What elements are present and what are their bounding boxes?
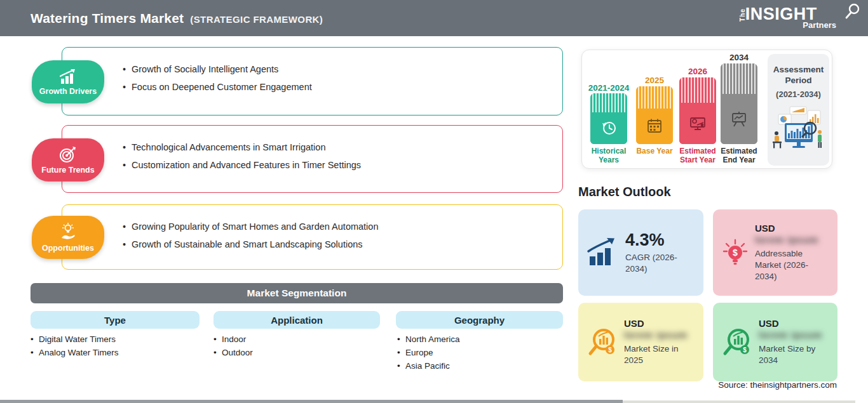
list-item: Analog Water Timers bbox=[31, 346, 119, 359]
type-list: Digital Water Timers Analog Water Timers bbox=[31, 333, 119, 359]
monitor-gear-icon bbox=[688, 114, 707, 132]
list-item: Asia Pacific bbox=[397, 359, 460, 373]
bar-growth-icon bbox=[586, 237, 619, 268]
page-title: Watering Timers Market bbox=[31, 11, 184, 26]
timeline-year-label: 2026 bbox=[672, 67, 723, 76]
future-trends-list: Technological Advancements in Smart Irri… bbox=[62, 126, 562, 174]
growth-drivers-panel: Growth of Socially Intelligent Agents Fo… bbox=[62, 47, 563, 116]
cagr-card: 4.3% CAGR (2026-2034) bbox=[578, 209, 703, 296]
segment-header-geography: Geography bbox=[396, 311, 563, 329]
list-item: Europe bbox=[397, 346, 460, 359]
svg-text:$: $ bbox=[733, 248, 738, 258]
timeline-bar-historical bbox=[590, 93, 627, 144]
card-label: Market Size by 2034 bbox=[759, 343, 830, 366]
svg-text:$: $ bbox=[608, 347, 612, 353]
logo-insight: INSIGHT bbox=[745, 6, 817, 23]
presentation-icon bbox=[729, 110, 749, 128]
market-outlook-title: Market Outlook bbox=[578, 185, 671, 199]
badge-label: Growth Drivers bbox=[39, 87, 97, 96]
timeline-bar-start bbox=[679, 77, 716, 144]
list-item: Focus on Deepened Customer Engagement bbox=[123, 78, 550, 96]
page-subtitle: (STRATEGIC FRAMEWORK) bbox=[190, 14, 323, 25]
opportunities-panel: Growing Popularity of Smart Homes and Ga… bbox=[62, 204, 563, 270]
bulb-dollar-icon: $ bbox=[721, 236, 750, 269]
insight-partners-logo: The INSIGHT Partners bbox=[736, 6, 831, 30]
currency-label: USD bbox=[759, 318, 830, 329]
magnifier-chart-green-icon: $ bbox=[721, 326, 754, 359]
magnifier-chart-orange-icon: $ bbox=[586, 326, 619, 359]
list-item: Digital Water Timers bbox=[31, 333, 119, 346]
segment-header-type: Type bbox=[31, 311, 200, 329]
list-item: Growth of Sustainable and Smart Landscap… bbox=[123, 235, 550, 253]
badge-label: Opportunities bbox=[42, 244, 94, 253]
growth-drivers-badge: Growth Drivers bbox=[32, 60, 104, 103]
blurred-value: lorem ipsum bbox=[759, 329, 830, 341]
segmentation-title: Market Segmentation bbox=[247, 287, 347, 299]
calendar-icon bbox=[646, 117, 663, 135]
bottom-edge-bar bbox=[0, 400, 623, 403]
bottom-edge-bar-light bbox=[623, 400, 855, 403]
timeline-year-label: 2021-2024 bbox=[583, 83, 634, 93]
target-icon bbox=[58, 146, 78, 164]
badge-label: Future Trends bbox=[41, 166, 94, 175]
list-item: Technological Advancements in Smart Irri… bbox=[123, 138, 550, 156]
addressable-market-card: $ USD lorem ipsum Addressable Market (20… bbox=[713, 209, 837, 296]
opportunities-list: Growing Popularity of Smart Homes and Ga… bbox=[62, 205, 562, 253]
market-segmentation-bar: Market Segmentation bbox=[31, 283, 563, 303]
assessment-period-label: Assessment Period bbox=[768, 64, 829, 86]
currency-label: USD bbox=[755, 223, 830, 234]
future-trends-badge: Future Trends bbox=[32, 138, 104, 182]
geography-list: North America Europe Asia Pacific bbox=[397, 333, 460, 373]
bulb-hand-icon bbox=[58, 223, 78, 242]
card-label: Addressable Market (2026-2034) bbox=[755, 248, 830, 282]
assessment-period-panel: Assessment Period (2021-2034) bbox=[768, 54, 829, 166]
timeline-year-label: 2034 bbox=[714, 53, 764, 62]
card-label: Market Size in 2025 bbox=[624, 343, 696, 366]
history-clock-icon bbox=[599, 119, 618, 138]
list-item: Outdoor bbox=[214, 346, 253, 359]
header-titles: Watering Timers Market (STRATEGIC FRAMEW… bbox=[31, 11, 323, 26]
list-item: North America bbox=[397, 333, 460, 346]
timeline-card: 2021-2024 Historical Years 2025 Base Yea… bbox=[581, 50, 832, 169]
list-item: Customization and Advanced Features in T… bbox=[123, 156, 550, 174]
assessment-period-range: (2021-2034) bbox=[768, 89, 829, 99]
blurred-value: lorem ipsum bbox=[755, 234, 830, 246]
growth-drivers-list: Growth of Socially Intelligent Agents Fo… bbox=[62, 48, 562, 96]
list-item: Growth of Socially Intelligent Agents bbox=[123, 60, 550, 78]
currency-label: USD bbox=[624, 318, 696, 329]
cagr-label: CAGR (2026-2034) bbox=[625, 252, 696, 275]
timeline-caption: Estimated End Year bbox=[714, 147, 764, 164]
timeline-bar-base bbox=[636, 86, 673, 144]
magnifier-loop-icon bbox=[844, 3, 861, 20]
market-size-2034-card: $ USD lorem ipsum Market Size by 2034 bbox=[713, 303, 837, 381]
opportunities-badge: Opportunities bbox=[32, 216, 104, 259]
timeline-caption: Historical Years bbox=[584, 147, 634, 164]
blurred-value: lorem ipsum bbox=[624, 329, 696, 341]
growth-chart-icon bbox=[57, 69, 79, 85]
application-list: Indoor Outdoor bbox=[214, 333, 253, 359]
timeline-year-label: 2025 bbox=[629, 76, 680, 85]
analytics-scene-illustration bbox=[771, 99, 827, 154]
timeline-bar-end bbox=[721, 63, 757, 144]
source-attribution: Source: theinsightpartners.com bbox=[718, 380, 837, 390]
timeline-caption: Base Year bbox=[630, 147, 679, 155]
market-size-2025-card: $ USD lorem ipsum Market Size in 2025 bbox=[578, 303, 703, 381]
svg-text:$: $ bbox=[743, 347, 747, 353]
list-item: Growing Popularity of Smart Homes and Ga… bbox=[123, 218, 550, 235]
header-bar: Watering Timers Market (STRATEGIC FRAMEW… bbox=[0, 0, 868, 36]
segment-header-application: Application bbox=[214, 311, 380, 329]
future-trends-panel: Technological Advancements in Smart Irri… bbox=[62, 125, 563, 193]
list-item: Indoor bbox=[214, 333, 253, 346]
cagr-value: 4.3% bbox=[625, 230, 696, 250]
